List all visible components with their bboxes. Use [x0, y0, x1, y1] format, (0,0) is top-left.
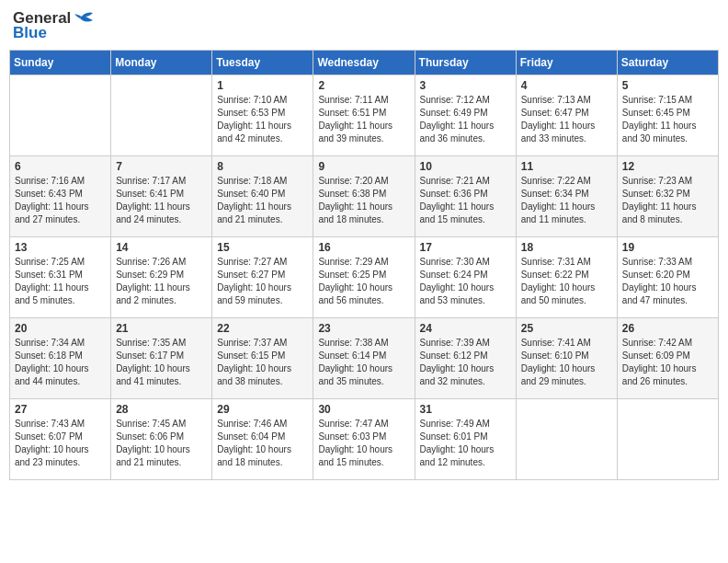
day-number: 20: [15, 322, 106, 335]
calendar-cell: [617, 399, 718, 480]
day-info: Sunrise: 7:15 AMSunset: 6:45 PMDaylight:…: [622, 94, 713, 145]
day-number: 15: [217, 241, 308, 254]
day-info: Sunrise: 7:11 AMSunset: 6:51 PMDaylight:…: [318, 94, 409, 145]
calendar-cell: 25Sunrise: 7:41 AMSunset: 6:10 PMDayligh…: [516, 318, 617, 399]
calendar-cell: 9Sunrise: 7:20 AMSunset: 6:38 PMDaylight…: [313, 156, 415, 237]
day-info: Sunrise: 7:39 AMSunset: 6:12 PMDaylight:…: [420, 337, 511, 388]
calendar-cell: 31Sunrise: 7:49 AMSunset: 6:01 PMDayligh…: [415, 399, 516, 480]
calendar-cell: 3Sunrise: 7:12 AMSunset: 6:49 PMDaylight…: [415, 75, 516, 156]
calendar-cell: 27Sunrise: 7:43 AMSunset: 6:07 PMDayligh…: [10, 399, 111, 480]
calendar-cell: 18Sunrise: 7:31 AMSunset: 6:22 PMDayligh…: [516, 237, 617, 318]
calendar-week-1: 1Sunrise: 7:10 AMSunset: 6:53 PMDaylight…: [10, 75, 719, 156]
day-number: 22: [217, 322, 308, 335]
day-info: Sunrise: 7:34 AMSunset: 6:18 PMDaylight:…: [15, 337, 106, 388]
calendar-cell: 17Sunrise: 7:30 AMSunset: 6:24 PMDayligh…: [415, 237, 516, 318]
page-header: General Blue: [9, 9, 719, 42]
day-info: Sunrise: 7:20 AMSunset: 6:38 PMDaylight:…: [318, 175, 409, 226]
day-number: 18: [521, 241, 612, 254]
header-thursday: Thursday: [415, 51, 516, 75]
day-number: 8: [217, 160, 308, 173]
calendar-cell: 5Sunrise: 7:15 AMSunset: 6:45 PMDaylight…: [617, 75, 718, 156]
day-number: 29: [217, 403, 308, 416]
day-info: Sunrise: 7:35 AMSunset: 6:17 PMDaylight:…: [116, 337, 207, 388]
calendar-week-5: 27Sunrise: 7:43 AMSunset: 6:07 PMDayligh…: [10, 399, 719, 480]
calendar-week-2: 6Sunrise: 7:16 AMSunset: 6:43 PMDaylight…: [10, 156, 719, 237]
day-number: 19: [622, 241, 713, 254]
day-info: Sunrise: 7:13 AMSunset: 6:47 PMDaylight:…: [521, 94, 612, 145]
day-number: 13: [15, 241, 106, 254]
logo: General Blue: [13, 9, 97, 42]
calendar-week-3: 13Sunrise: 7:25 AMSunset: 6:31 PMDayligh…: [10, 237, 719, 318]
calendar-cell: 8Sunrise: 7:18 AMSunset: 6:40 PMDaylight…: [212, 156, 313, 237]
day-number: 30: [318, 403, 409, 416]
calendar-cell: 22Sunrise: 7:37 AMSunset: 6:15 PMDayligh…: [212, 318, 313, 399]
calendar-cell: 13Sunrise: 7:25 AMSunset: 6:31 PMDayligh…: [10, 237, 111, 318]
calendar-cell: 19Sunrise: 7:33 AMSunset: 6:20 PMDayligh…: [617, 237, 718, 318]
calendar-cell: 24Sunrise: 7:39 AMSunset: 6:12 PMDayligh…: [415, 318, 516, 399]
day-number: 10: [420, 160, 511, 173]
day-number: 12: [622, 160, 713, 173]
day-number: 7: [116, 160, 207, 173]
day-number: 17: [420, 241, 511, 254]
day-info: Sunrise: 7:12 AMSunset: 6:49 PMDaylight:…: [420, 94, 511, 145]
day-info: Sunrise: 7:47 AMSunset: 6:03 PMDaylight:…: [318, 418, 409, 469]
logo-blue-text: Blue: [13, 24, 47, 42]
calendar-cell: 30Sunrise: 7:47 AMSunset: 6:03 PMDayligh…: [313, 399, 415, 480]
header-friday: Friday: [516, 51, 617, 75]
day-info: Sunrise: 7:37 AMSunset: 6:15 PMDaylight:…: [217, 337, 308, 388]
day-number: 4: [521, 79, 612, 92]
day-info: Sunrise: 7:42 AMSunset: 6:09 PMDaylight:…: [622, 337, 713, 388]
calendar-cell: 10Sunrise: 7:21 AMSunset: 6:36 PMDayligh…: [415, 156, 516, 237]
day-number: 3: [420, 79, 511, 92]
day-number: 16: [318, 241, 409, 254]
day-number: 31: [420, 403, 511, 416]
calendar-cell: 16Sunrise: 7:29 AMSunset: 6:25 PMDayligh…: [313, 237, 415, 318]
calendar-cell: 6Sunrise: 7:16 AMSunset: 6:43 PMDaylight…: [10, 156, 111, 237]
day-info: Sunrise: 7:29 AMSunset: 6:25 PMDaylight:…: [318, 256, 409, 307]
calendar-cell: 4Sunrise: 7:13 AMSunset: 6:47 PMDaylight…: [516, 75, 617, 156]
day-info: Sunrise: 7:23 AMSunset: 6:32 PMDaylight:…: [622, 175, 713, 226]
day-number: 14: [116, 241, 207, 254]
day-number: 2: [318, 79, 409, 92]
calendar-table: SundayMondayTuesdayWednesdayThursdayFrid…: [9, 50, 719, 480]
day-number: 27: [15, 403, 106, 416]
header-monday: Monday: [111, 51, 212, 75]
day-info: Sunrise: 7:21 AMSunset: 6:36 PMDaylight:…: [420, 175, 511, 226]
day-info: Sunrise: 7:25 AMSunset: 6:31 PMDaylight:…: [15, 256, 106, 307]
day-number: 26: [622, 322, 713, 335]
day-number: 25: [521, 322, 612, 335]
day-info: Sunrise: 7:41 AMSunset: 6:10 PMDaylight:…: [521, 337, 612, 388]
day-info: Sunrise: 7:43 AMSunset: 6:07 PMDaylight:…: [15, 418, 106, 469]
day-number: 9: [318, 160, 409, 173]
calendar-cell: [111, 75, 212, 156]
calendar-cell: 20Sunrise: 7:34 AMSunset: 6:18 PMDayligh…: [10, 318, 111, 399]
calendar-cell: 14Sunrise: 7:26 AMSunset: 6:29 PMDayligh…: [111, 237, 212, 318]
day-number: 21: [116, 322, 207, 335]
calendar-cell: 12Sunrise: 7:23 AMSunset: 6:32 PMDayligh…: [617, 156, 718, 237]
calendar-header-row: SundayMondayTuesdayWednesdayThursdayFrid…: [10, 51, 719, 75]
day-info: Sunrise: 7:10 AMSunset: 6:53 PMDaylight:…: [217, 94, 308, 145]
calendar-cell: 28Sunrise: 7:45 AMSunset: 6:06 PMDayligh…: [111, 399, 212, 480]
day-info: Sunrise: 7:18 AMSunset: 6:40 PMDaylight:…: [217, 175, 308, 226]
calendar-cell: 11Sunrise: 7:22 AMSunset: 6:34 PMDayligh…: [516, 156, 617, 237]
day-info: Sunrise: 7:49 AMSunset: 6:01 PMDaylight:…: [420, 418, 511, 469]
calendar-cell: 26Sunrise: 7:42 AMSunset: 6:09 PMDayligh…: [617, 318, 718, 399]
day-info: Sunrise: 7:38 AMSunset: 6:14 PMDaylight:…: [318, 337, 409, 388]
calendar-cell: 7Sunrise: 7:17 AMSunset: 6:41 PMDaylight…: [111, 156, 212, 237]
calendar-cell: 15Sunrise: 7:27 AMSunset: 6:27 PMDayligh…: [212, 237, 313, 318]
day-info: Sunrise: 7:17 AMSunset: 6:41 PMDaylight:…: [116, 175, 207, 226]
day-number: 28: [116, 403, 207, 416]
day-info: Sunrise: 7:45 AMSunset: 6:06 PMDaylight:…: [116, 418, 207, 469]
day-number: 5: [622, 79, 713, 92]
calendar-cell: 21Sunrise: 7:35 AMSunset: 6:17 PMDayligh…: [111, 318, 212, 399]
calendar-cell: 2Sunrise: 7:11 AMSunset: 6:51 PMDaylight…: [313, 75, 415, 156]
day-info: Sunrise: 7:46 AMSunset: 6:04 PMDaylight:…: [217, 418, 308, 469]
calendar-cell: 23Sunrise: 7:38 AMSunset: 6:14 PMDayligh…: [313, 318, 415, 399]
header-sunday: Sunday: [10, 51, 111, 75]
calendar-cell: [516, 399, 617, 480]
calendar-cell: 29Sunrise: 7:46 AMSunset: 6:04 PMDayligh…: [212, 399, 313, 480]
day-info: Sunrise: 7:22 AMSunset: 6:34 PMDaylight:…: [521, 175, 612, 226]
day-info: Sunrise: 7:30 AMSunset: 6:24 PMDaylight:…: [420, 256, 511, 307]
day-info: Sunrise: 7:31 AMSunset: 6:22 PMDaylight:…: [521, 256, 612, 307]
calendar-cell: [10, 75, 111, 156]
